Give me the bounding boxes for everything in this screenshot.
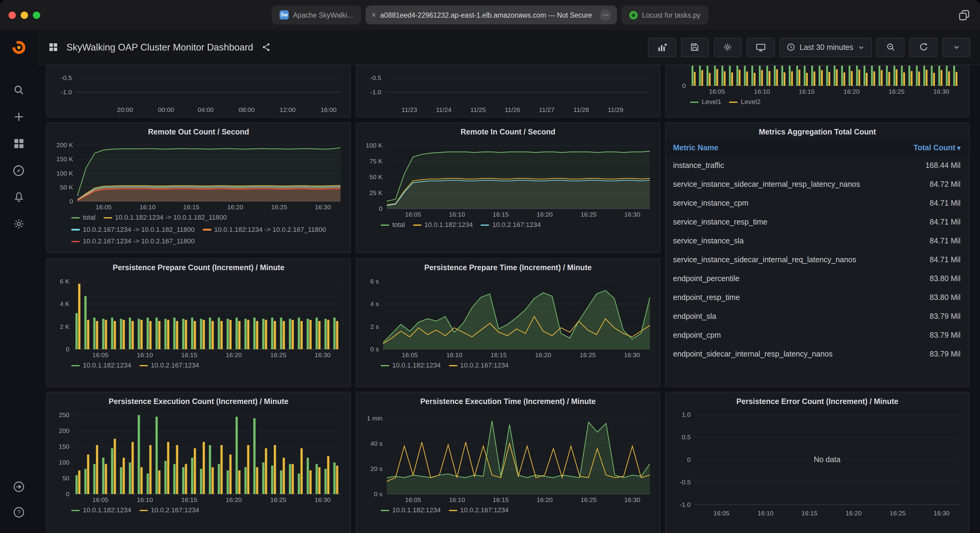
- close-tab-icon[interactable]: ×: [371, 10, 376, 19]
- svg-text:11/26: 11/26: [504, 106, 520, 113]
- grafana-logo[interactable]: [11, 40, 26, 54]
- panel-title[interactable]: Persistence Execution Time (Increment) /…: [363, 396, 654, 408]
- legend-item[interactable]: 10.0.2.167:1234: [449, 360, 509, 371]
- apps-grid-icon[interactable]: [46, 40, 60, 54]
- save-dashboard-button[interactable]: [681, 37, 709, 57]
- alerting-icon[interactable]: [11, 190, 26, 205]
- svg-text:-0.5: -0.5: [680, 479, 691, 485]
- svg-text:11/28: 11/28: [573, 106, 589, 113]
- dashboard-header: SkyWalking OAP Cluster Monitor Dashboard: [37, 30, 980, 65]
- metrics-table-body: instance_traffic168.44 Milservice_instan…: [666, 156, 969, 386]
- top-left-chart: -0.5-1.020:0000:0004:0008:0012:0016:00: [53, 69, 344, 114]
- error-count-chart: 1.00.50-0.5-1.016:0516:1016:1516:2016:25…: [672, 408, 963, 518]
- svg-text:0 s: 0 s: [370, 346, 379, 352]
- cycle-view-mode-button[interactable]: [747, 37, 775, 57]
- configuration-gear-icon[interactable]: [11, 217, 26, 231]
- prepare-count-legend[interactable]: 10.0.1.182:123410.0.2.167:1234: [53, 360, 344, 371]
- tab-more-icon[interactable]: [600, 10, 611, 21]
- legend-item[interactable]: total: [71, 212, 95, 224]
- tab-skywalking[interactable]: Sw Apache SkyWalki...: [272, 5, 361, 24]
- tab-overview-icon[interactable]: [957, 8, 972, 22]
- table-row: instance_traffic168.44 Mil: [666, 156, 969, 174]
- tab-strip: Sw Apache SkyWalki... × a0881eed4-229612…: [272, 5, 708, 24]
- chevron-down-icon: [858, 43, 865, 51]
- prepare-time-legend[interactable]: 10.0.1.182:123410.0.2.167:1234: [363, 360, 654, 371]
- share-icon[interactable]: [259, 40, 274, 54]
- panel-title[interactable]: Persistence Prepare Time (Increment) / M…: [363, 262, 654, 274]
- legend-item[interactable]: 10.0.2.167:1234: [139, 360, 199, 371]
- remote-out-legend[interactable]: total10.0.1.182:1234 -> 10.0.1.182_11800…: [53, 212, 344, 247]
- column-header-metric-name[interactable]: Metric Name: [673, 144, 718, 152]
- svg-text:2 s: 2 s: [370, 323, 379, 330]
- legend-item[interactable]: Level2: [729, 96, 761, 108]
- panel-title[interactable]: Remote Out Count / Second: [53, 127, 344, 139]
- table-row: endpoint_cpm83.79 Mil: [666, 325, 969, 344]
- svg-text:2 K: 2 K: [60, 323, 70, 330]
- zoom-window-button[interactable]: [33, 11, 40, 19]
- svg-text:250: 250: [59, 411, 70, 418]
- tab-grafana-active[interactable]: × a0881eed4-22961232.ap-east-1.elb.amazo…: [365, 5, 617, 24]
- svg-text:11/27: 11/27: [539, 106, 555, 113]
- tab-locust[interactable]: Locust for tasks.py: [621, 5, 708, 24]
- svg-text:0: 0: [682, 82, 686, 89]
- legend-item[interactable]: 10.0.1.182:1234 -> 10.0.2.167_11800: [202, 224, 326, 235]
- refresh-interval-dropdown[interactable]: [942, 37, 970, 57]
- remote-in-legend[interactable]: total10.0.1.182:123410.0.2.167:1234: [363, 219, 654, 231]
- explore-icon[interactable]: [11, 163, 26, 178]
- legend-item[interactable]: 10.0.2.167:1234: [481, 219, 541, 231]
- zoom-out-time-button[interactable]: [877, 37, 904, 57]
- svg-text:50: 50: [62, 474, 70, 482]
- column-header-total-count[interactable]: Total Count: [913, 144, 961, 152]
- dashboards-icon[interactable]: [11, 136, 26, 151]
- create-icon[interactable]: [11, 109, 26, 124]
- level-bars-chart: 016:0516:1016:1516:2016:2516:30: [672, 66, 963, 96]
- clock-icon: [786, 43, 795, 52]
- svg-text:16:30: 16:30: [624, 496, 640, 503]
- panel-title[interactable]: Metrics Aggregation Total Count: [666, 127, 969, 140]
- exec-count-legend[interactable]: 10.0.1.182:123410.0.2.167:1234: [53, 504, 344, 516]
- minimize-window-button[interactable]: [21, 11, 28, 19]
- svg-text:4 K: 4 K: [60, 300, 70, 307]
- legend-item[interactable]: total: [381, 219, 405, 231]
- add-panel-button[interactable]: [648, 37, 676, 57]
- legend-item[interactable]: 10.0.2.167:1234: [139, 504, 199, 516]
- svg-text:16:15: 16:15: [183, 203, 199, 211]
- svg-text:100: 100: [59, 459, 70, 466]
- legend-item[interactable]: 10.0.1.182:1234: [381, 360, 441, 371]
- svg-text:200: 200: [59, 427, 70, 434]
- panel-title[interactable]: Persistence Prepare Count (Increment) / …: [53, 262, 344, 274]
- search-icon[interactable]: [11, 83, 26, 97]
- dashboard-settings-button[interactable]: [714, 37, 742, 57]
- legend-item[interactable]: 10.0.2.167:1234 -> 10.0.2.167_11800: [71, 235, 195, 247]
- legend-item[interactable]: 10.0.1.182:1234: [71, 360, 131, 371]
- svg-text:16:25: 16:25: [581, 211, 597, 218]
- legend-item[interactable]: 10.0.2.167:1234 -> 10.0.1.182_11800: [71, 224, 195, 235]
- panel-title[interactable]: Persistence Execution Count (Increment) …: [53, 396, 344, 408]
- svg-text:16:10: 16:10: [137, 351, 153, 359]
- exec-time-legend[interactable]: 10.0.1.182:123410.0.2.167:1234: [363, 504, 654, 516]
- svg-text:-0.5: -0.5: [370, 74, 381, 81]
- time-range-picker[interactable]: Last 30 minutes: [780, 37, 872, 57]
- svg-text:16:10: 16:10: [754, 88, 770, 95]
- svg-text:-1.0: -1.0: [680, 501, 691, 508]
- svg-text:16:30: 16:30: [934, 509, 950, 517]
- svg-text:16:20: 16:20: [846, 509, 862, 517]
- browser-window: Sw Apache SkyWalki... × a0881eed4-229612…: [0, 0, 980, 533]
- refresh-button[interactable]: [909, 37, 937, 57]
- svg-text:16:15: 16:15: [493, 496, 509, 503]
- svg-text:16:05: 16:05: [405, 211, 421, 218]
- help-icon[interactable]: ?: [11, 505, 26, 520]
- level-legend[interactable]: Level1Level2: [672, 96, 963, 108]
- legend-item[interactable]: 10.0.1.182:1234 -> 10.0.1.182_11800: [103, 212, 227, 224]
- panel-title[interactable]: Remote In Count / Second: [363, 127, 654, 139]
- sign-in-icon[interactable]: [11, 479, 26, 494]
- legend-item[interactable]: 10.0.1.182:1234: [71, 504, 131, 516]
- legend-item[interactable]: 10.0.1.182:1234: [413, 219, 473, 231]
- panel-title[interactable]: Persistence Error Count (Increment) / Mi…: [672, 396, 963, 408]
- legend-item[interactable]: 10.0.1.182:1234: [381, 504, 441, 516]
- legend-item[interactable]: 10.0.2.167:1234: [449, 504, 509, 516]
- close-window-button[interactable]: [8, 11, 16, 19]
- svg-text:00:00: 00:00: [158, 106, 174, 113]
- legend-item[interactable]: Level1: [690, 96, 721, 108]
- svg-text:4 s: 4 s: [370, 300, 379, 307]
